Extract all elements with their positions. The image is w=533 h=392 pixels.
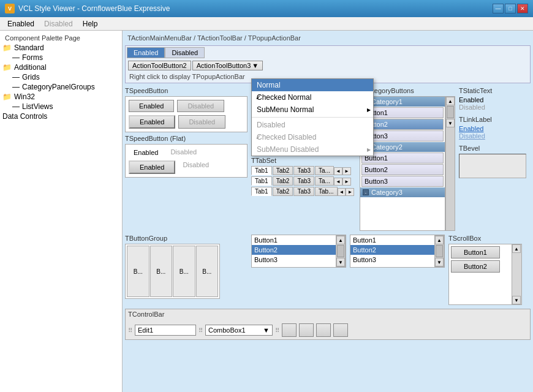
menu-disabled[interactable]: Disabled [39,18,78,29]
sidebar-item-catpanelgroups[interactable]: —CategoryPanelGroups [0,82,122,92]
tab-tab3-row1[interactable]: Tab3 [293,166,314,175]
drag-handle[interactable]: ⠿ [128,327,132,334]
bg-small-btn3[interactable]: B... [173,246,195,297]
tab-tabmore-row1[interactable]: Ta... [315,166,334,175]
tab-next-row1[interactable]: ► [342,167,351,175]
tab-tabmore-row3[interactable]: Tab... [315,187,337,196]
cat-scroll-down[interactable]: ▼ [446,119,455,127]
small-btn4[interactable] [333,323,348,337]
cat1-btn1[interactable]: Button1 [361,107,444,118]
tab-tab1-row2[interactable]: Tab1 [251,176,272,186]
action-toolbar-btn3[interactable]: ActionToolButton3 ▼ [192,61,263,70]
list2-item3[interactable]: Button3 [350,255,434,265]
dropdown-submenu-normal[interactable]: SubMenu Normal [252,104,373,116]
tab-tab1-row3[interactable]: Tab1 [251,187,272,196]
menu-help[interactable]: Help [78,18,103,29]
cat2-btn3[interactable]: Button3 [361,176,444,187]
dropdown-checked-normal[interactable]: Checked Normal [252,91,373,104]
dropdown-separator [252,117,373,118]
drag-handle3[interactable]: ⠿ [275,327,279,334]
maximize-button[interactable]: □ [505,4,516,13]
menu-bar: Enabled Disabled Help [0,17,533,31]
list1-item2[interactable]: Button2 [252,245,336,255]
scrollbox-btn1[interactable]: Button1 [451,246,500,258]
list1-item1[interactable]: Button1 [252,235,336,245]
cat2-btn2[interactable]: Button2 [361,164,444,175]
tab-enabled[interactable]: Enabled [127,47,165,58]
scrollbox[interactable]: Button1 Button2 ▲ ▼ [448,244,522,305]
close-button[interactable]: ✕ [517,4,528,13]
drag-handle2[interactable]: ⠿ [198,327,203,334]
sidebar-item-grids[interactable]: —Grids [0,72,122,82]
scrollbox-btn2[interactable]: Button2 [451,260,500,273]
tab-next-row3[interactable]: ► [346,188,354,196]
cat-scrollbar[interactable]: ▲ ▼ [445,96,455,231]
title-bar: V VCL Style Viewer - CornflowerBlue Expr… [0,0,533,17]
sidebar-item-win32[interactable]: 📁Win32 [0,92,122,102]
tab-prev-row1[interactable]: ◄ [334,167,342,175]
list2-scrollbar[interactable]: ▲ ▼ [434,235,444,267]
cat-scroll-up[interactable]: ▲ [446,97,455,105]
combobox1[interactable]: ComboBox1 ▼ [205,325,273,336]
tab-tabmore-row2[interactable]: Ta... [315,176,334,186]
speed-button-flat-label: TSpeedButton (Flat) [125,135,248,142]
tab-next-row2[interactable]: ► [342,178,351,186]
speed-btn-enabled1[interactable]: Enabled [129,100,174,112]
dropdown-menu[interactable]: Normal Checked Normal SubMenu Normal Dis… [251,78,374,156]
cat1-btn2[interactable]: Button2 [361,119,444,130]
sidebar-item-forms[interactable]: —Forms [0,53,122,62]
speed-btn-enabled2[interactable]: Enabled [129,115,175,129]
combobox-dropdown-icon[interactable]: ▼ [263,326,270,334]
toolbar-demo: Enabled Disabled ActionToolButton2 Actio… [125,45,531,83]
link-label-enabled[interactable]: Enabled [459,125,526,132]
tab-tab1-row1[interactable]: Tab1 [251,166,272,175]
button-group-list1-section: Button1 Button2 Button3 ▲ ▼ [251,235,346,305]
category3-expand-icon[interactable]: - [363,189,369,195]
list2-scroll-up[interactable]: ▲ [435,236,444,244]
list1-scroll-up[interactable]: ▲ [336,236,345,244]
dropdown-normal[interactable]: Normal [252,79,373,91]
sidebar-item-standard[interactable]: 📁Standard [0,43,122,53]
menu-enabled[interactable]: Enabled [2,18,39,29]
tab-tab2-row3[interactable]: Tab2 [273,187,293,196]
scrollbox-scroll-down[interactable]: ▼ [512,296,521,304]
sidebar-item-listviews[interactable]: —ListViews [0,102,122,111]
cat2-btn1[interactable]: Button1 [361,153,444,164]
category3-header[interactable]: - Category3 [360,187,445,197]
list2-item1[interactable]: Button1 [350,235,434,245]
tab-tab3-row3[interactable]: Tab3 [293,187,314,196]
tab-tab2-row2[interactable]: Tab2 [273,176,293,186]
list1-scroll-down[interactable]: ▼ [336,258,345,266]
bg-small-btn4[interactable]: B... [196,246,219,297]
list2-item2[interactable]: Button2 [350,245,434,255]
list1-scrollbar[interactable]: ▲ ▼ [336,235,346,267]
cat-scroll-thumb[interactable] [447,106,454,118]
static-text-disabled: Disabled [459,104,526,111]
dropdown-checked-disabled: Checked Disabled [252,131,373,143]
list1-scroll-thumb[interactable] [337,245,344,257]
flat-btn-enabled1[interactable]: Enabled [128,147,164,158]
control-bar: ⠿ ⠿ ComboBox1 ▼ ⠿ [126,321,530,339]
small-btn2[interactable] [299,323,314,337]
sidebar-item-additional[interactable]: 📁Additional [0,62,122,72]
control-bar-label: TControlBar [126,309,530,319]
tab-tab3-row2[interactable]: Tab3 [293,176,314,186]
flat-btn-enabled2[interactable]: Enabled [129,160,175,174]
action-toolbar-btn2[interactable]: ActionToolButton2 [128,61,191,70]
sidebar-item-datacontrols[interactable]: Data Controls [0,111,122,121]
bg-small-btn1[interactable]: B... [127,246,149,297]
tab-disabled[interactable]: Disabled [165,47,205,58]
list2-scroll-thumb[interactable] [436,245,443,257]
tab-prev-row2[interactable]: ◄ [334,178,342,186]
edit1-input[interactable] [135,325,196,336]
bg-small-btn2[interactable]: B... [150,246,173,297]
list2-scroll-down[interactable]: ▼ [435,258,444,266]
small-btn3[interactable] [316,323,331,337]
list1-item3[interactable]: Button3 [252,255,336,265]
cat1-btn3[interactable]: Button3 [361,130,444,141]
scrollbox-scroll-up[interactable]: ▲ [512,244,521,253]
small-btn1[interactable] [282,323,297,337]
tab-tab2-row1[interactable]: Tab2 [273,166,293,175]
minimize-button[interactable]: — [493,4,504,13]
tab-prev-row3[interactable]: ◄ [338,188,346,196]
